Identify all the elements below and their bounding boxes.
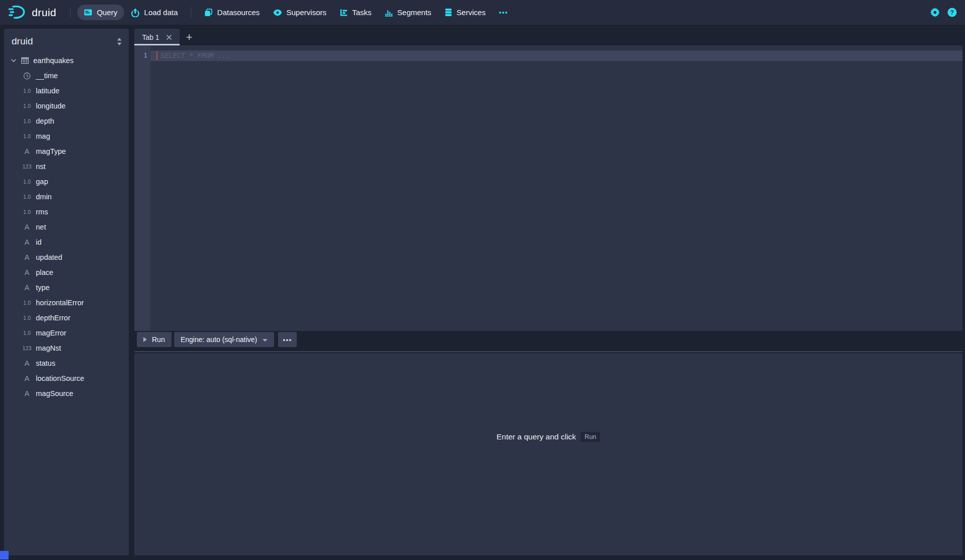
tree-item-magsource[interactable]: A magSource xyxy=(4,386,129,401)
close-tab-icon[interactable] xyxy=(166,34,172,40)
type-glyph-A: A xyxy=(22,284,32,292)
tree-item-updated[interactable]: A updated xyxy=(4,250,129,265)
tree-item-mag[interactable]: 1.0 mag xyxy=(4,129,129,144)
schema-sidebar: druid earthquakes xyxy=(4,29,129,555)
plus-icon: + xyxy=(186,31,193,44)
nav-item-query[interactable]: Query xyxy=(77,5,124,20)
svg-text:?: ? xyxy=(950,9,954,16)
column-label: longitude xyxy=(36,102,66,110)
nav-divider xyxy=(70,7,71,18)
tree-item-longitude[interactable]: 1.0 longitude xyxy=(4,98,129,114)
tree-item-type[interactable]: A type xyxy=(4,280,129,295)
schema-tree: earthquakes __time 1.0 latitude 1.0 long… xyxy=(4,51,129,401)
type-glyph-1.0: 1.0 xyxy=(22,88,32,94)
tree-item-status[interactable]: A status xyxy=(4,356,129,371)
tab-label: Tab 1 xyxy=(142,33,159,41)
nav-item-more[interactable] xyxy=(492,8,514,18)
column-label: locationSource xyxy=(36,374,84,382)
column-label: horizontalError xyxy=(36,299,84,307)
more-options-button[interactable]: ••• xyxy=(278,332,296,347)
tree-item-magtype[interactable]: A magType xyxy=(4,144,129,159)
chevron-down-icon[interactable] xyxy=(11,58,17,64)
engine-dropdown[interactable]: Engine: auto (sql-native) xyxy=(174,332,275,347)
schema-title: druid xyxy=(12,36,33,47)
type-glyph-123: 123 xyxy=(22,163,32,170)
results-panel: Enter a query and click Run xyxy=(134,353,962,555)
tasks-icon xyxy=(340,9,348,17)
column-label: place xyxy=(36,268,53,276)
engine-label: Engine: auto (sql-native) xyxy=(181,335,257,344)
type-glyph-A: A xyxy=(22,147,32,155)
tree-item-latitude[interactable]: 1.0 latitude xyxy=(4,83,129,98)
tree-item-magerror[interactable]: 1.0 magError xyxy=(4,325,129,341)
tree-item-magnst[interactable]: 123 magNst xyxy=(4,341,129,356)
type-glyph-A: A xyxy=(22,389,32,398)
column-label: id xyxy=(36,238,41,246)
column-label: nst xyxy=(36,162,45,171)
tree-item-locationsource[interactable]: A locationSource xyxy=(4,371,129,386)
double-caret-vertical-icon[interactable] xyxy=(117,38,122,45)
tab-tab-1[interactable]: Tab 1 xyxy=(134,29,180,45)
type-glyph-1.0: 1.0 xyxy=(22,315,32,321)
tree-item-rms[interactable]: 1.0 rms xyxy=(4,204,129,219)
column-label: updated xyxy=(36,253,62,261)
type-glyph-A: A xyxy=(22,253,32,261)
type-glyph-1.0: 1.0 xyxy=(22,209,32,215)
tree-item-depth[interactable]: 1.0 depth xyxy=(4,114,129,129)
nav-item-label: Tasks xyxy=(352,8,371,17)
tree-item-net[interactable]: A net xyxy=(4,219,129,235)
add-tab-button[interactable]: + xyxy=(180,29,199,45)
tree-item-earthquakes[interactable]: earthquakes xyxy=(4,53,129,68)
sidebar-header: druid xyxy=(4,29,129,51)
type-glyph-1.0: 1.0 xyxy=(22,194,32,200)
nav-item-tasks[interactable]: Tasks xyxy=(333,5,378,20)
column-label: gap xyxy=(36,178,48,186)
column-label: depth xyxy=(36,117,54,125)
settings-gear-icon[interactable] xyxy=(930,8,940,17)
tree-item-id[interactable]: A id xyxy=(4,235,129,250)
tree-item-deptherror[interactable]: 1.0 depthError xyxy=(4,310,129,325)
active-line-highlight xyxy=(134,50,962,61)
column-label: type xyxy=(36,284,49,292)
nav-item-services[interactable]: Services xyxy=(438,5,493,20)
sql-editor[interactable]: 1 SELECT * FROM ... xyxy=(134,45,962,331)
nav-item-supervisors[interactable]: Supervisors xyxy=(266,5,333,20)
top-nav: druid Query Load data Datasources Superv… xyxy=(0,0,965,25)
nav-item-label: Services xyxy=(457,8,486,17)
column-label: rms xyxy=(36,208,48,216)
type-glyph-A: A xyxy=(22,374,32,382)
nav-item-label: Datasources xyxy=(217,8,259,17)
column-label: status xyxy=(36,359,56,367)
tree-item-gap[interactable]: 1.0 gap xyxy=(4,174,129,189)
tree-item-dmin[interactable]: 1.0 dmin xyxy=(4,189,129,204)
play-icon xyxy=(143,337,147,342)
column-label: depthError xyxy=(36,314,71,322)
type-glyph-123: 123 xyxy=(22,345,32,351)
type-glyph-A: A xyxy=(22,223,32,231)
clock-icon xyxy=(22,72,32,80)
supervisors-icon xyxy=(273,9,282,16)
nav-item-label: Load data xyxy=(144,8,178,17)
tree-item--time[interactable]: __time xyxy=(4,68,129,83)
run-button[interactable]: Run xyxy=(137,332,172,347)
tree-item-horizontalerror[interactable]: 1.0 horizontalError xyxy=(4,295,129,310)
focus-indicator xyxy=(0,551,9,559)
nav-item-label: Supervisors xyxy=(287,8,327,17)
nav-item-datasources[interactable]: Datasources xyxy=(198,5,266,20)
help-icon[interactable]: ? xyxy=(947,8,957,17)
table-icon xyxy=(21,57,29,65)
tree-item-nst[interactable]: 123 nst xyxy=(4,159,129,174)
brand-name: druid xyxy=(32,7,57,19)
column-label: magNst xyxy=(36,344,61,352)
nav-item-load-data[interactable]: Load data xyxy=(124,5,185,21)
tree-item-place[interactable]: A place xyxy=(4,265,129,280)
type-glyph-A: A xyxy=(22,238,32,246)
horizontal-splitter[interactable] xyxy=(134,351,962,352)
query-icon xyxy=(84,9,92,16)
druid-logo[interactable]: druid xyxy=(8,5,57,20)
type-glyph-A: A xyxy=(22,359,32,367)
column-label: magType xyxy=(36,147,66,155)
column-label: __time xyxy=(36,72,58,80)
nav-item-segments[interactable]: Segments xyxy=(378,5,438,20)
run-key-badge: Run xyxy=(580,432,600,442)
